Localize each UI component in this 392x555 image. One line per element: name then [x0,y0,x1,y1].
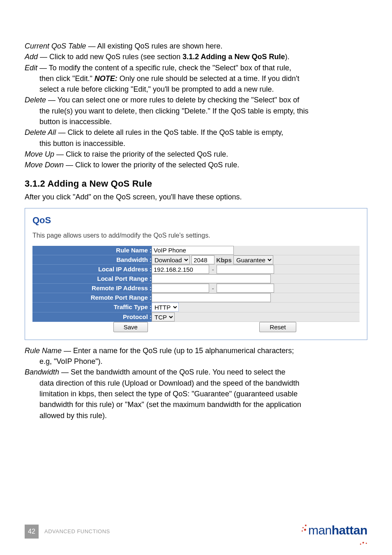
def-current-qos-table: Current QoS Table — All existing QoS rul… [25,41,367,51]
label-bandwidth: Bandwidth : [32,255,152,265]
label-local-ip: Local IP Address : [32,265,152,274]
def-text: — Click to raise the priority of the sel… [54,150,228,158]
label-traffic-type: Traffic Type : [32,303,152,312]
def-delete: Delete — You can select one or more rule… [25,95,367,105]
def-bandwidth-body4: allowed by this rule). [25,411,367,421]
def-text: — All existing QoS rules are shown here. [86,42,222,50]
row-bandwidth: Bandwidth : Download Kbps Guarantee [32,255,360,265]
def-edit-body1: then click "Edit." NOTE: Only one rule s… [25,74,367,83]
def-edit: Edit — To modify the content of a specif… [25,63,367,73]
term: Rule Name [25,347,62,355]
qos-form-table: Rule Name : Bandwidth : Download Kbps Gu… [32,246,360,332]
label-remote-port: Remote Port Range : [32,293,152,303]
section-heading-312: 3.1.2 Adding a New QoS Rule [25,178,367,190]
row-local-port: Local Port Range : [32,274,360,284]
term: Current QoS Table [25,42,86,50]
remote-ip-start-input[interactable] [152,284,209,293]
row-buttons: Save Reset [32,321,360,332]
range-dash: - [211,284,215,293]
section-intro: After you click "Add" on the QoS screen,… [25,192,367,202]
brand-logo: manhattan [308,522,367,539]
def-delete-all-body1: this button is inaccessible. [25,139,367,148]
local-ip-start-input[interactable] [152,265,209,274]
page-number: 42 [25,525,39,539]
footer-section-label: ADVANCED FUNCTIONS [44,528,110,535]
post-panel-defs: Rule Name — Enter a name for the QoS rul… [25,346,367,421]
def-bandwidth-body2: limitation in kbps, then select the type… [25,389,367,399]
traffic-type-select[interactable]: HTTP [152,303,179,312]
term: Delete All [25,128,56,136]
def-bandwidth: Bandwidth — Set the bandwidth amount of … [25,367,367,377]
text-a: then click "Edit." [39,74,95,83]
page-footer: 42 ADVANCED FUNCTIONS manhattan [25,522,367,539]
label-rule-name: Rule Name : [32,246,152,255]
brand-light: man [308,523,332,537]
panel-subtitle: This page allows users to add/modify the… [32,231,360,240]
label-remote-ip: Remote IP Address : [32,284,152,293]
def-bandwidth-body1: data direction of this rule (Upload or D… [25,378,367,388]
def-rule-name: Rule Name — Enter a name for the QoS rul… [25,346,367,356]
bandwidth-amount-input[interactable] [191,255,214,264]
brand-bold: hattan [332,523,367,537]
label-local-port: Local Port Range : [32,274,152,284]
def-delete-all: Delete All — Click to delete all rules i… [25,127,367,137]
row-remote-port: Remote Port Range : [32,293,360,303]
row-remote-ip: Remote IP Address : - [32,284,360,293]
text-b: Only one rule should be selected at a ti… [118,74,300,83]
def-add: Add — Click to add new QoS rules (see se… [25,52,367,62]
logo-dots-icon [301,524,309,534]
def-move-down: Move Down — Click to lower the priority … [25,160,367,170]
term: Move Up [25,150,54,158]
label-protocol: Protocol : [32,312,152,321]
def-delete-line1: — You can select one or more rules to de… [46,96,299,104]
def-delete-all-line1: — Click to delete all rules in the QoS t… [56,128,283,136]
line1: — Set the bandwidth amount of the QoS ru… [59,368,285,376]
page-badge: 42 ADVANCED FUNCTIONS [25,525,110,539]
def-text: — Click to lower the priority of the sel… [64,161,239,169]
row-rule-name: Rule Name : [32,246,360,255]
bandwidth-type-select[interactable]: Guarantee [233,255,273,264]
def-rule-name-body1: e.g, "VoIP Phone"). [25,356,367,366]
def-text-2: ). [285,53,290,61]
definitions-block: Current QoS Table — All existing QoS rul… [25,41,367,170]
line1: — Enter a name for the QoS rule (up to 1… [62,347,294,355]
bandwidth-direction-select[interactable]: Download [152,255,190,264]
local-ip-end-input[interactable] [217,265,274,274]
save-button[interactable]: Save [113,322,148,332]
row-protocol: Protocol : TCP [32,312,360,321]
rule-name-input[interactable] [152,246,234,255]
protocol-select[interactable]: TCP [152,312,175,321]
row-traffic-type: Traffic Type : HTTP [32,303,360,312]
note-label: NOTE: [95,74,118,83]
panel-title: QoS [32,214,360,227]
bandwidth-unit-label: Kbps [216,257,232,264]
term: Add [25,53,38,61]
def-edit-body2: select a rule before clicking "Edit," yo… [25,84,367,94]
def-text-1: — Click to add new QoS rules (see sectio… [38,53,182,61]
local-port-range-input[interactable] [152,274,271,283]
def-delete-body2: button is inaccessible. [25,117,367,127]
term: Edit [25,64,37,72]
term: Delete [25,96,46,104]
remote-port-range-input[interactable] [152,293,271,302]
section-ref: 3.1.2 Adding a New QoS Rule [182,53,285,61]
term: Bandwidth [25,368,59,376]
qos-panel: QoS This page allows users to add/modify… [25,208,367,340]
def-move-up: Move Up — Click to raise the priority of… [25,149,367,159]
term: Move Down [25,161,64,169]
def-edit-line1: — To modify the content of a specific ru… [37,64,291,72]
row-local-ip: Local IP Address : - [32,265,360,274]
remote-ip-end-input[interactable] [217,284,274,293]
range-dash: - [211,266,215,274]
def-bandwidth-body3: bandwidth for this rule) or "Max" (set t… [25,400,367,409]
reset-button[interactable]: Reset [259,322,296,332]
def-delete-body1: the rule(s) you want to delete, then cli… [25,106,367,116]
